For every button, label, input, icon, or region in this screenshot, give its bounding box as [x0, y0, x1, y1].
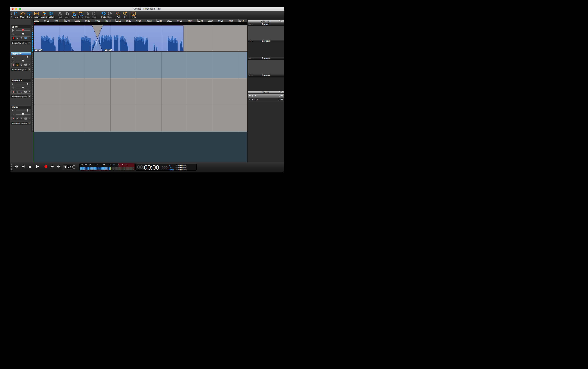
svg-text:Speak 6: Speak 6: [35, 49, 42, 51]
svg-text:Speak 6: Speak 6: [105, 49, 112, 51]
svg-text:?: ?: [133, 12, 134, 15]
